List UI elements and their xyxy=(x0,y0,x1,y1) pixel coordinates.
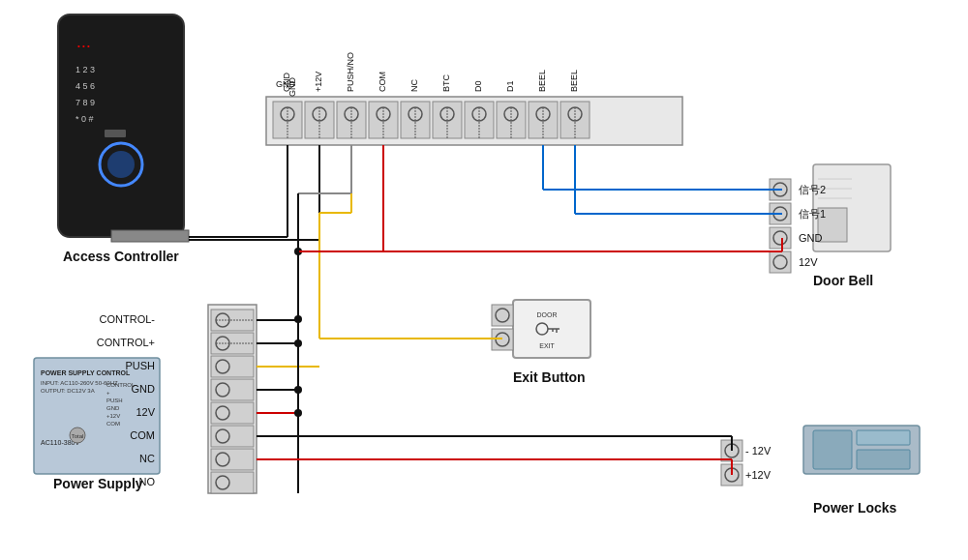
svg-text:• • •: • • • xyxy=(77,42,90,50)
t-d0: D0 xyxy=(473,80,483,92)
bell-sig2: 信号2 xyxy=(799,184,826,195)
svg-text:OUTPUT: DC12V  3A: OUTPUT: DC12V 3A xyxy=(41,388,95,394)
svg-text:+12V: +12V xyxy=(106,413,120,419)
svg-text:GND: GND xyxy=(106,405,120,411)
svg-rect-67 xyxy=(211,426,254,447)
svg-rect-98 xyxy=(813,430,852,469)
svg-rect-69 xyxy=(211,449,254,470)
t-d1: D1 xyxy=(505,80,515,92)
ps-com: COM xyxy=(130,429,155,441)
bell-sig1: 信号1 xyxy=(799,208,826,220)
ps-12v: 12V xyxy=(136,406,155,418)
t-nc: NC xyxy=(409,79,419,92)
ps-control-minus: CONTROL- xyxy=(100,313,156,325)
t-beel2: BEEL xyxy=(569,70,579,92)
bell-12v: 12V xyxy=(799,256,818,268)
power-locks-label: Power Locks xyxy=(813,500,897,516)
svg-point-8 xyxy=(107,151,135,178)
svg-rect-9 xyxy=(111,230,189,242)
svg-text:7  8  9: 7 8 9 xyxy=(76,98,95,107)
svg-text:4  5  6: 4 5 6 xyxy=(76,81,95,91)
svg-point-146 xyxy=(294,386,302,394)
svg-text:POWER SUPPLY CONTROL: POWER SUPPLY CONTROL xyxy=(41,369,131,376)
svg-rect-71 xyxy=(211,472,254,493)
wiring-diagram: • • • 1 2 3 4 5 6 7 8 9 * 0 # Access Con… xyxy=(0,0,968,560)
power-supply-label: Power Supply xyxy=(53,476,143,491)
t-btc: BTC xyxy=(441,74,451,92)
ps-nc: NC xyxy=(139,453,155,464)
t-beel1: BEEL xyxy=(537,70,547,92)
svg-rect-100 xyxy=(857,450,910,469)
t-gnd: GND xyxy=(282,73,291,93)
svg-text:1  2  3: 1 2 3 xyxy=(76,65,95,74)
t-push: PUSH/NO xyxy=(346,52,355,92)
t-com: COM xyxy=(378,72,387,92)
bell-gnd: GND xyxy=(799,232,823,244)
ps-gnd: GND xyxy=(132,383,156,395)
svg-rect-63 xyxy=(211,379,254,400)
access-controller-label: Access Controller xyxy=(63,249,179,264)
ps-control-plus: CONTROL+ xyxy=(97,337,155,348)
svg-text:DOOR: DOOR xyxy=(537,311,558,318)
svg-rect-61 xyxy=(211,356,254,377)
svg-text:+: + xyxy=(106,390,110,396)
svg-rect-65 xyxy=(211,402,254,424)
svg-text:*  0  #: * 0 # xyxy=(76,114,94,124)
svg-text:COM: COM xyxy=(106,421,120,427)
t-12v: +12V xyxy=(314,72,323,92)
lock-pos12v: +12V xyxy=(745,469,771,481)
svg-text:EXIT: EXIT xyxy=(539,342,555,349)
lock-neg12v: - 12V xyxy=(745,445,771,457)
svg-text:PUSH: PUSH xyxy=(106,398,123,403)
door-bell-label: Door Bell xyxy=(813,273,873,288)
ps-push: PUSH xyxy=(125,360,155,371)
svg-text:Total: Total xyxy=(72,433,84,439)
exit-button-label: Exit Button xyxy=(513,369,586,385)
ps-no: NO xyxy=(139,476,156,487)
svg-rect-6 xyxy=(105,130,126,137)
svg-rect-99 xyxy=(857,430,910,445)
